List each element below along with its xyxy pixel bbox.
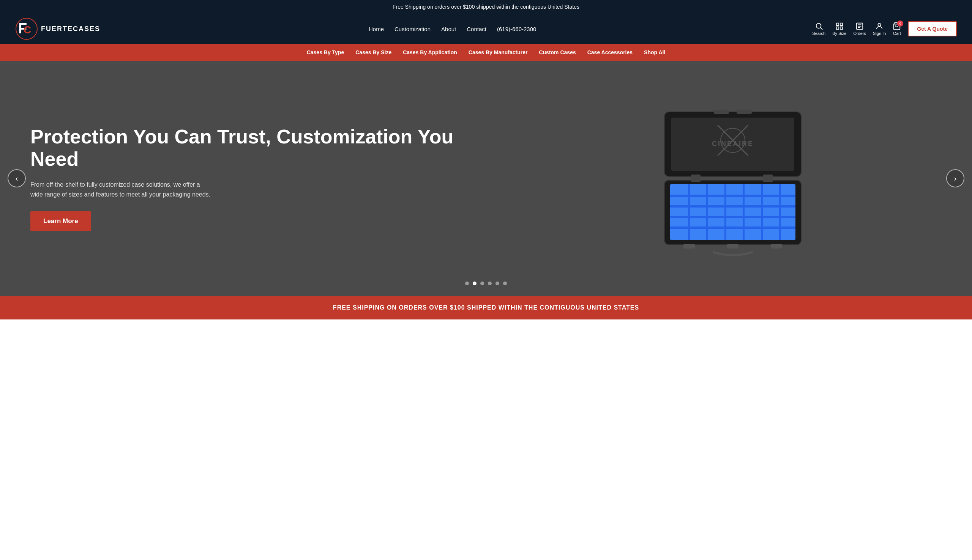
by-size-icon: [835, 22, 843, 30]
svg-rect-36: [727, 244, 738, 248]
carousel-dot-5[interactable]: [496, 282, 499, 285]
carousel-dot-3[interactable]: [480, 282, 484, 285]
carousel-dot-1[interactable]: [465, 282, 469, 285]
nav-cases-by-manufacturer[interactable]: Cases By Manufacturer: [469, 49, 528, 55]
top-banner-text: Free Shipping on orders over $100 shippe…: [392, 4, 580, 10]
sign-in-action[interactable]: Sign In: [873, 22, 886, 36]
logo-icon: F C: [15, 17, 38, 40]
nav-home[interactable]: Home: [369, 26, 384, 32]
nav-shop-all[interactable]: Shop All: [644, 49, 665, 55]
svg-rect-26: [779, 184, 781, 240]
nav-contact[interactable]: Contact: [467, 26, 486, 32]
orders-action[interactable]: Orders: [853, 22, 866, 36]
header-actions: Search By Size Orders: [812, 21, 957, 37]
nav-bar: Cases By Type Cases By Size Cases By App…: [0, 44, 972, 61]
svg-rect-7: [837, 27, 839, 29]
svg-rect-33: [691, 175, 700, 182]
carousel-dot-6[interactable]: [503, 282, 507, 285]
by-size-action[interactable]: By Size: [832, 22, 846, 36]
svg-rect-5: [837, 23, 839, 25]
logo-link[interactable]: F C FuerteCases: [15, 17, 100, 40]
header: F C FuerteCases Home Customization About…: [0, 14, 972, 44]
carousel-prev-button[interactable]: ‹: [8, 169, 26, 187]
svg-rect-35: [683, 244, 695, 248]
search-label: Search: [812, 31, 825, 36]
hero-section: ‹ Protection You Can Trust, Customizatio…: [0, 61, 972, 296]
hero-description: From off-the-shelf to fully customized c…: [30, 180, 213, 199]
svg-rect-39: [737, 110, 752, 114]
header-phone: (619)-660-2300: [497, 26, 536, 32]
svg-rect-37: [771, 244, 782, 248]
svg-point-3: [816, 23, 821, 28]
svg-rect-25: [761, 184, 763, 240]
svg-rect-6: [840, 23, 843, 25]
svg-point-13: [878, 23, 881, 26]
svg-line-4: [820, 28, 822, 30]
nav-custom-cases[interactable]: Custom Cases: [539, 49, 576, 55]
hero-image-area: CINEAIRE: [509, 89, 972, 267]
orders-label: Orders: [853, 31, 866, 36]
header-nav: Home Customization About Contact (619)-6…: [108, 26, 797, 32]
bottom-banner: FREE SHIPPING ON ORDERS OVER $100 SHIPPE…: [0, 296, 972, 320]
svg-rect-21: [688, 184, 690, 240]
nav-cases-by-application[interactable]: Cases By Application: [403, 49, 457, 55]
search-action[interactable]: Search: [812, 22, 825, 36]
cart-badge: 0: [897, 20, 903, 27]
cart-label: Cart: [893, 31, 901, 36]
svg-rect-24: [743, 184, 745, 240]
bottom-banner-text: FREE SHIPPING ON ORDERS OVER $100 SHIPPE…: [333, 304, 639, 311]
get-quote-button[interactable]: Get A Quote: [908, 21, 957, 37]
svg-rect-38: [714, 110, 729, 114]
orders-icon: [855, 22, 864, 30]
nav-cases-by-size[interactable]: Cases By Size: [356, 49, 391, 55]
nav-about[interactable]: About: [441, 26, 456, 32]
case-illustration: CINEAIRE: [653, 97, 813, 260]
svg-rect-34: [763, 175, 773, 182]
svg-rect-23: [725, 184, 726, 240]
hero-title: Protection You Can Trust, Customization …: [30, 126, 478, 171]
search-icon: [815, 22, 823, 30]
logo-text: FuerteCases: [41, 25, 100, 33]
learn-more-button[interactable]: Learn More: [30, 211, 91, 231]
by-size-label: By Size: [832, 31, 846, 36]
cart-action[interactable]: 0 Cart: [893, 22, 901, 36]
carousel-dot-4[interactable]: [488, 282, 492, 285]
svg-text:C: C: [23, 24, 31, 36]
sign-in-label: Sign In: [873, 31, 886, 36]
top-banner: Free Shipping on orders over $100 shippe…: [0, 0, 972, 14]
carousel-dot-2[interactable]: [473, 282, 476, 285]
carousel-next-button[interactable]: ›: [946, 169, 964, 187]
nav-customization[interactable]: Customization: [394, 26, 431, 32]
svg-rect-22: [706, 184, 708, 240]
svg-rect-8: [840, 27, 843, 29]
nav-case-accessories[interactable]: Case Accessories: [587, 49, 633, 55]
hero-content: Protection You Can Trust, Customization …: [0, 103, 509, 254]
carousel-dots: [465, 282, 507, 285]
nav-cases-by-type[interactable]: Cases By Type: [307, 49, 344, 55]
user-icon: [875, 22, 883, 30]
